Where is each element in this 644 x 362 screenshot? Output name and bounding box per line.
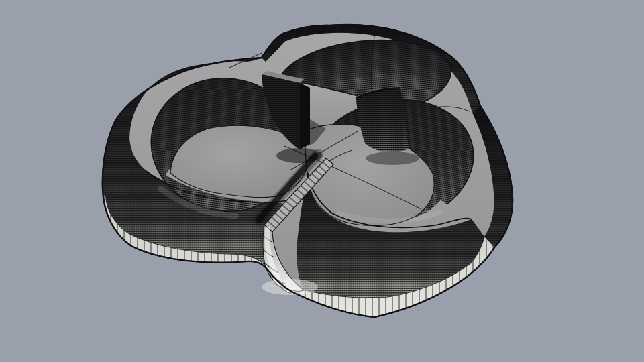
cad-viewport[interactable]: Shaded 3D CAD viewport showing a clover … [0,0,644,362]
fin-shadow-base [276,148,322,163]
fin-end-face [300,83,310,149]
right-wall-end-shadow [366,152,419,165]
render-canvas[interactable]: Shaded 3D CAD viewport showing a clover … [0,0,644,362]
skirt-highlight [262,279,318,295]
